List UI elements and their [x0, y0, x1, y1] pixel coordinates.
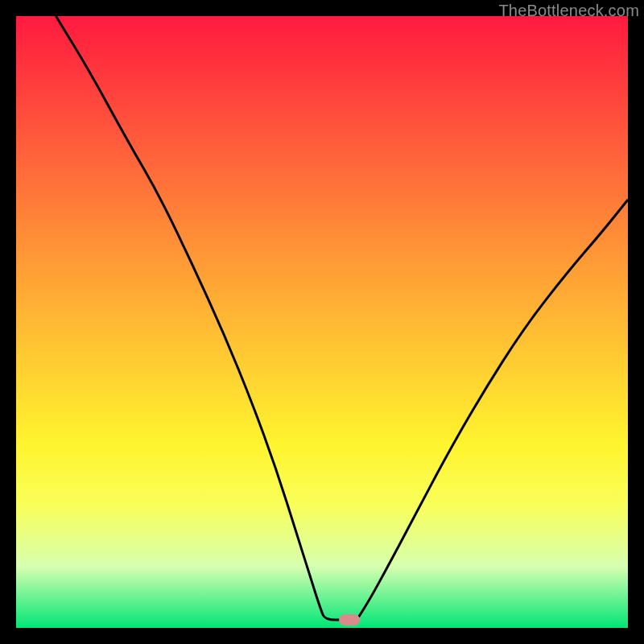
bottleneck-marker [339, 614, 360, 625]
curve-right [359, 200, 628, 617]
bottleneck-curve [16, 16, 628, 628]
chart-frame: TheBottleneck.com [0, 0, 644, 644]
curve-left [56, 16, 346, 620]
plot-area [16, 16, 628, 628]
